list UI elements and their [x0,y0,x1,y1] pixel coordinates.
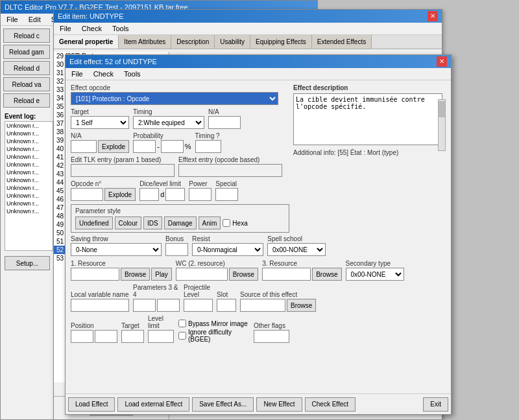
tab-description[interactable]: Description [171,35,215,49]
effect-opcode-select[interactable]: [101] Protection : Opcode [71,92,278,105]
opcode-dice-row: Opcode n° 55 Explode Dice/level limit 0 … [71,180,289,201]
param-ids-button[interactable]: IDS [143,216,162,229]
resource2-input[interactable] [176,268,228,281]
event-log-item: Unknown r... [5,122,53,130]
hexa-label: Hexa [232,220,247,227]
event-log-item: Unknown r... [5,137,53,145]
explode-button-2[interactable]: Explode [104,188,136,201]
tab-general[interactable]: General propertie [54,35,119,49]
special-label: Special [215,180,238,187]
tab-equipping-effects[interactable]: Equipping Effects [250,35,312,49]
param-colour-button[interactable]: Colour [115,216,141,229]
prob-dash: - [157,143,160,150]
edit-item-menu-check[interactable]: Check [80,24,104,33]
edit-item-title: Edit item: UNDTYPE [58,12,123,20]
reload-d-button[interactable]: Reload d [3,61,50,75]
check-effect-button[interactable]: Check Effect [305,397,356,412]
effect-desc-textarea[interactable]: La cible devient immunisée contre l'opco… [293,93,442,145]
dice-input2[interactable]: 0 [165,188,185,201]
reload-c-button[interactable]: Reload c [3,29,50,43]
prob-input1[interactable]: 0 [133,140,156,153]
resource2-browse-button[interactable]: Browse [229,268,258,281]
resource1-browse-button[interactable]: Browse [121,268,150,281]
proj-level-input[interactable]: 0 [184,299,213,312]
na2-input[interactable]: 0 [71,140,97,153]
effect-dialog: Edit effect: 52 of UNDTYPE ✕ File Check … [65,54,452,415]
menu-edit[interactable]: Edit [27,15,43,24]
resist-label: Resist [192,235,263,242]
edit-item-close-button[interactable]: ✕ [428,11,438,21]
explode-button-1[interactable]: Explode [98,140,129,153]
tab-item-attr[interactable]: Item Attributes [119,35,171,49]
hexa-checkbox[interactable] [223,219,230,227]
exit-button[interactable]: Exit [423,397,448,412]
target-select[interactable]: 1 Self [71,116,129,129]
power-input[interactable]: 0 [189,188,211,201]
timing-select[interactable]: 2:While equiped [133,116,204,129]
menu-file[interactable]: File [5,15,20,24]
eff-entry-input[interactable]: N/A [178,164,282,177]
bypass-mirror-checkbox[interactable] [178,320,186,327]
target-timing-row: Target 1 Self Timing 2:While equiped N/A… [71,108,289,129]
event-log-item: Unknown r... [5,169,53,176]
tab-extended-effects[interactable]: Extended Effects [312,35,372,49]
resources-row: 1. Resource Browse Play WC (2. resource)… [71,260,289,281]
na-input[interactable]: 0 [208,116,241,129]
saving-throw-label: Saving throw [71,235,162,242]
effect-title: Edit effect: 52 of UNDTYPE [69,58,157,65]
tab-usability[interactable]: Usability [215,35,250,49]
event-log-item: Unknown r... [5,200,53,207]
pos1-input[interactable]: 0 [71,330,93,343]
saving-throw-select[interactable]: 0-None [71,243,162,256]
edit-item-menu-file[interactable]: File [58,24,73,33]
timing-q-input[interactable]: 0 [195,140,221,153]
other-flags-input[interactable]: 0x0000 [254,330,289,343]
param-style-label: Parameter style [75,207,285,215]
local-var-input[interactable] [71,299,129,312]
effect-menu-file[interactable]: File [69,69,85,78]
effect-menu-bar: File Check Tools [66,68,451,80]
new-effect-button[interactable]: New Effect [256,397,302,412]
ignore-diff-checkbox[interactable] [178,332,186,340]
dice-input1[interactable]: 0 [139,188,159,201]
effect-menu-tools[interactable]: Tools [122,69,143,78]
level-limit-label: Level limit [148,315,175,329]
tlk-entry-input[interactable]: N/A [71,164,175,177]
level-limit-input[interactable]: 0 [148,330,174,343]
event-log-item: Unknown r... [5,184,53,192]
slot-input[interactable]: 0 [217,299,236,312]
edit-item-tabs: General propertie Item Attributes Descri… [54,35,442,49]
save-effect-button[interactable]: Save Effect As... [192,397,254,412]
ignore-diff-label: Ignore difficulty (BGEE) [188,329,250,343]
param-damage-button[interactable]: Damage [164,216,197,229]
resource1-input[interactable] [71,268,119,281]
load-effect-button[interactable]: Load Effect [68,397,115,412]
resource1-play-button[interactable]: Play [151,268,171,281]
edit-item-menu-tools[interactable]: Tools [110,24,131,33]
special-input[interactable]: 0 [215,188,238,201]
bonus-input[interactable]: 0 [165,243,188,256]
prob-input2[interactable]: 100 [161,140,184,153]
reload-e-button[interactable]: Reload e [3,93,50,108]
reload-va-button[interactable]: Reload va [3,77,50,91]
load-external-effect-button[interactable]: Load external Effect [117,397,189,412]
opcode-label: Opcode n° [71,180,136,187]
resist-select[interactable]: 0-Nonmagical [192,243,263,256]
effect-close-button[interactable]: ✕ [437,56,447,67]
param-undefined-button[interactable]: Undefined [75,216,113,229]
reload-gam-button[interactable]: Reload gam [3,45,50,59]
target2-input[interactable]: 0 [121,330,144,343]
eff-entry-label: Efftext entry (opcode based) [178,156,282,163]
opcode-input[interactable]: 55 [71,188,103,201]
param-anim-button[interactable]: Anim [199,216,221,229]
setup-button[interactable]: Setup... [5,256,50,270]
param3-input[interactable]: 0 [133,299,156,312]
event-log-item: Unknown r... [5,192,53,200]
na2-label: N/A [71,132,129,139]
na-label: N/A [208,108,241,115]
desc-scrollbar[interactable] [438,99,446,151]
pos2-input[interactable]: 0 [95,330,117,343]
source-input[interactable] [240,299,285,312]
param4-input[interactable]: 0 [157,299,180,312]
effect-menu-check[interactable]: Check [91,69,115,78]
